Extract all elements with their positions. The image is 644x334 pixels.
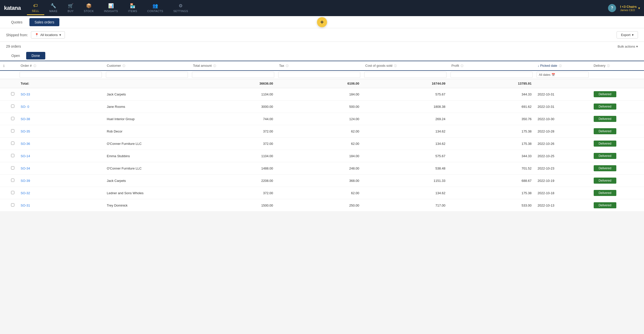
cogs-filter[interactable] xyxy=(364,72,447,78)
customer-cell: Emma Stubbins xyxy=(104,150,190,162)
order-link-so34[interactable]: SO-34 xyxy=(21,166,30,170)
info-cell xyxy=(0,199,8,212)
row-checkbox-2[interactable] xyxy=(11,105,14,108)
order-link-so33[interactable]: SO-33 xyxy=(21,92,30,96)
nav-item-items[interactable]: 🏪 ITEMS xyxy=(123,1,142,15)
row-checkbox-6[interactable] xyxy=(11,154,14,157)
profit-cell: 688.67 xyxy=(449,175,535,187)
nav-item-stock[interactable]: 📦 STOCK xyxy=(79,1,99,15)
picked-date-column-header[interactable]: ↓ Picked date ⓘ xyxy=(535,61,591,71)
delivery-badge: Delivered xyxy=(594,91,616,97)
order-link-so31[interactable]: SO-31 xyxy=(21,204,30,207)
orders-table-container: ℹ Order # ⓘ Customer ⓘ Total amount ⓘ Ta… xyxy=(0,61,644,212)
tax-cell: 368.00 xyxy=(276,175,363,187)
info-cell xyxy=(0,88,8,101)
tax-cell: 500.00 xyxy=(276,101,363,113)
table-row: SO-39 Jack Carpets 2208.00 368.00 1151.3… xyxy=(0,175,644,187)
info-cell xyxy=(0,162,8,175)
user-chevron-icon: ▾ xyxy=(638,6,640,10)
make-icon: 🔧 xyxy=(51,3,56,9)
cogs-cell: 269.24 xyxy=(362,113,449,125)
bulk-actions-button[interactable]: Bulk actions ▾ xyxy=(618,45,638,48)
nav-item-settings[interactable]: ⚙ SETTINGS xyxy=(168,1,193,15)
help-button[interactable]: ? xyxy=(608,4,616,12)
order-link-so38[interactable]: SO-38 xyxy=(21,117,30,121)
row-checkbox-1[interactable] xyxy=(11,92,14,95)
cogs-column-header: Cost of goods sold ⓘ xyxy=(362,61,449,71)
shipped-from-label: Shipped from: xyxy=(6,33,28,37)
order-link-so36[interactable]: SO-36 xyxy=(21,142,30,146)
nav-item-buy[interactable]: 🛒 BUY xyxy=(63,1,79,15)
tax-filter[interactable] xyxy=(278,72,360,78)
tax-cell: 184.00 xyxy=(276,88,363,101)
add-order-button[interactable]: + xyxy=(317,17,327,27)
nav-item-contacts[interactable]: 👥 CONTACTS xyxy=(142,1,168,15)
orders-header: 29 orders Bulk actions ▾ xyxy=(0,42,644,51)
nav-item-sell[interactable]: 🏷 SELL xyxy=(27,1,44,15)
row-checkbox-5[interactable] xyxy=(11,142,14,145)
row-checkbox-9[interactable] xyxy=(11,191,14,194)
export-button[interactable]: Export ▾ xyxy=(617,31,638,39)
cogs-cell: 134.62 xyxy=(362,187,449,199)
tab-sales-orders[interactable]: Sales orders xyxy=(29,18,59,26)
date-filter-label: All dates xyxy=(539,73,550,77)
row-checkbox-10[interactable] xyxy=(11,203,14,207)
order-num-filter[interactable] xyxy=(20,72,102,78)
app-logo[interactable]: katana xyxy=(4,5,21,11)
delivery-badge: Delivered xyxy=(594,153,616,159)
customer-cell: Jack Carpets xyxy=(104,175,190,187)
profit-cell: 344.33 xyxy=(449,150,535,162)
customer-cell: Huel Interior Group xyxy=(104,113,190,125)
total-amount-cell: 372.00 xyxy=(190,187,276,199)
delivery-badge: Delivered xyxy=(594,202,616,208)
tax-column-header: Tax ⓘ xyxy=(276,61,363,71)
nav-item-contacts-label: CONTACTS xyxy=(147,10,163,13)
cogs-cell: 1808.38 xyxy=(362,101,449,113)
export-label: Export xyxy=(621,33,630,37)
tab-quotes[interactable]: Quotes xyxy=(6,18,27,26)
sell-icon: 🏷 xyxy=(33,3,38,8)
table-row: SO-32 Ledner and Sons Wholes 372.00 62.0… xyxy=(0,187,644,199)
table-header-row: ℹ Order # ⓘ Customer ⓘ Total amount ⓘ Ta… xyxy=(0,61,644,71)
date-filter[interactable]: All dates 📅 xyxy=(537,72,589,78)
total-tax-value: 6106.00 xyxy=(347,82,359,85)
nav-item-make[interactable]: 🔧 MAKE xyxy=(44,1,63,15)
filter-tab-done[interactable]: Done xyxy=(26,52,45,59)
filter-tab-open[interactable]: Open xyxy=(6,52,25,59)
tax-cell: 62.00 xyxy=(276,187,363,199)
customer-filter[interactable] xyxy=(106,72,188,78)
nav-item-insights[interactable]: 📊 INSIGHTS xyxy=(99,1,123,15)
order-link-so35[interactable]: SO-35 xyxy=(21,129,30,133)
nav-item-buy-label: BUY xyxy=(68,10,74,13)
user-menu[interactable]: I <3 Chairs James CEO ▾ xyxy=(620,5,640,12)
row-checkbox-3[interactable] xyxy=(11,117,14,120)
total-amount-label: Total amount xyxy=(193,64,212,68)
profit-cell: 175.38 xyxy=(449,187,535,199)
delivery-badge: Delivered xyxy=(594,190,616,196)
row-checkbox-7[interactable] xyxy=(11,166,14,170)
order-link-so32[interactable]: SO-32 xyxy=(21,191,30,195)
location-dropdown[interactable]: 📍 All locations ▾ xyxy=(31,31,65,39)
profit-cell: 344.33 xyxy=(449,88,535,101)
order-link-so39[interactable]: SO-39 xyxy=(21,179,30,183)
totals-label: Total: xyxy=(21,82,29,85)
date-cell: 2022-10-28 xyxy=(535,125,591,138)
nav-items: 🏷 SELL 🔧 MAKE 🛒 BUY 📦 STOCK 📊 INSIGHTS 🏪… xyxy=(27,1,608,15)
picked-date-label: Picked date xyxy=(540,64,557,68)
orders-table: ℹ Order # ⓘ Customer ⓘ Total amount ⓘ Ta… xyxy=(0,61,644,212)
tax-label: Tax xyxy=(279,64,284,68)
total-amount-column-header: Total amount ⓘ xyxy=(190,61,276,71)
order-link-so14[interactable]: SO-14 xyxy=(21,154,30,158)
total-amount-filter[interactable] xyxy=(192,72,274,78)
tax-cell: 62.00 xyxy=(276,125,363,138)
nav-right: ? I <3 Chairs James CEO ▾ xyxy=(608,4,640,12)
tax-cell: 250.00 xyxy=(276,199,363,212)
calendar-icon: 📅 xyxy=(551,73,555,77)
order-link-so0[interactable]: SO- 0 xyxy=(21,105,29,109)
row-checkbox-4[interactable] xyxy=(11,129,14,132)
customer-label: Customer xyxy=(107,64,121,68)
row-checkbox-8[interactable] xyxy=(11,179,14,182)
info-column-header: ℹ xyxy=(0,61,8,71)
tax-cell: 124.00 xyxy=(276,113,363,125)
profit-filter[interactable] xyxy=(451,72,533,78)
